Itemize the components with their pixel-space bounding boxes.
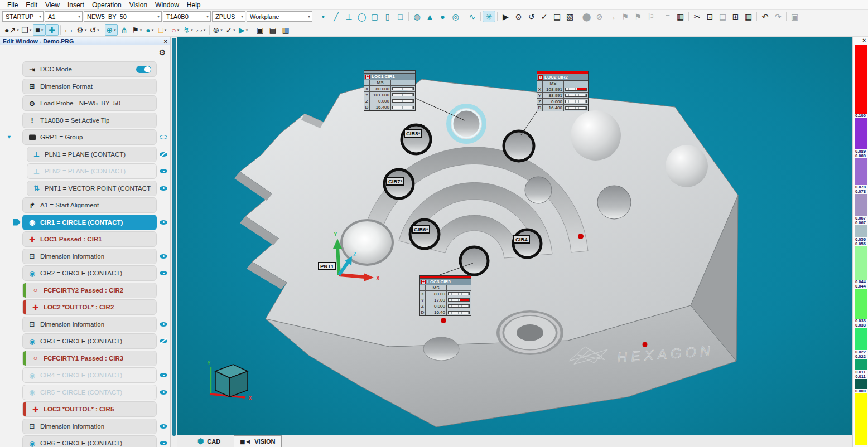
stop-icon[interactable]: ⬤ — [580, 11, 593, 22]
bookmark-icon[interactable]: ⚑ — [619, 11, 631, 22]
visibility-eye-icon[interactable] — [159, 439, 168, 447]
measurement-label-loc2[interactable]: +LOC2 CIR2 MS X 108.991 Y 88.991 Z 0.0 — [537, 71, 589, 111]
auto-feature-icon[interactable]: ✳ — [483, 11, 495, 22]
round-slot-icon[interactable]: ▢ — [368, 11, 381, 22]
toolbar-dropdown[interactable]: ZPLUS▾ — [212, 11, 245, 22]
command-item[interactable]: DCC Mode — [22, 61, 157, 77]
sphere-icon[interactable]: ● — [436, 11, 449, 22]
settings-icon[interactable]: ⚙ — [75, 24, 88, 36]
visibility-eye-icon[interactable] — [159, 133, 168, 142]
feature-tag-cir4[interactable]: CIR4 — [513, 235, 530, 244]
toolbar-dropdown[interactable]: Workplane▾ — [247, 11, 312, 22]
run-mode-icon[interactable]: ▶ — [237, 24, 250, 36]
edit-window-scrollbar[interactable] — [171, 37, 177, 447]
visibility-eye-icon[interactable] — [159, 320, 168, 329]
bookmark-clear-icon[interactable]: ⚐ — [644, 11, 657, 22]
paste-icon[interactable]: ▤ — [716, 11, 729, 22]
feature-tag-cir8[interactable]: CIR8* — [404, 129, 422, 138]
separator[interactable] — [659, 12, 659, 21]
probe-mode-icon[interactable]: ●↗ — [3, 24, 20, 36]
visibility-eye-icon[interactable] — [159, 337, 168, 346]
select-circle-icon[interactable]: ○ — [169, 24, 182, 36]
command-item[interactable]: CIR5 = CIRCLE (CONTACT) — [22, 385, 157, 400]
comment-icon[interactable]: ▭ — [62, 24, 75, 36]
separator[interactable] — [60, 25, 61, 35]
toolbar-dropdown[interactable]: NEW5_BY_50▾ — [84, 11, 162, 22]
cylinder-icon[interactable]: ◍ — [411, 11, 423, 22]
expand-arrow-icon[interactable]: ▼ — [7, 134, 12, 140]
visibility-eye-icon[interactable] — [159, 371, 168, 380]
torus-icon[interactable]: ◎ — [449, 11, 462, 22]
command-item[interactable]: Dimension Format — [22, 79, 157, 94]
command-item[interactable]: CIR4 = CIRCLE (CONTACT) — [22, 367, 157, 383]
selected-hole-cir1[interactable] — [449, 106, 484, 142]
wireframe-view-icon[interactable]: ❒ — [20, 24, 33, 36]
results-chart-icon[interactable]: ▥ — [279, 24, 292, 36]
probe-disable-icon[interactable]: ⊘ — [593, 11, 606, 22]
edit-window-settings-button[interactable]: ⚙ — [158, 48, 166, 57]
measured-hole-cir6[interactable] — [410, 220, 439, 249]
display-symbols-icon[interactable]: ⚑ — [131, 24, 143, 36]
change-icon[interactable]: ↺ — [525, 11, 538, 22]
command-item[interactable]: A1 = Start Alignment — [22, 197, 157, 213]
tab-vision[interactable]: ◼◄ VISION — [234, 435, 281, 447]
menu-item[interactable]: Help — [183, 1, 205, 9]
command-item[interactable]: CIR6 = CIRCLE (CONTACT) — [22, 435, 157, 447]
continue-icon[interactable]: → — [606, 11, 619, 22]
redo-icon[interactable]: ↷ — [771, 11, 784, 22]
point-icon[interactable]: • — [317, 11, 330, 22]
command-item[interactable]: LOC2 *OUTTOL* : CIR2 — [22, 299, 157, 315]
command-item[interactable]: GRP1 = Group — [22, 129, 157, 145]
command-item[interactable]: PLN2 = PLANE (CONTACT) — [27, 163, 157, 179]
edit-window-close-button[interactable]: × — [164, 38, 167, 45]
command-item[interactable]: Load Probe - NEW5_BY_50 — [22, 95, 157, 111]
separator[interactable] — [252, 25, 252, 35]
dcc-mode-toggle[interactable] — [136, 66, 151, 73]
visibility-eye-icon[interactable] — [159, 388, 168, 397]
measurement-label-loc3[interactable]: +LOC3 CIR5 MS X 80.00 Y 17.00 Z 0.000 — [419, 275, 471, 316]
cut-icon[interactable]: ✂ — [691, 11, 703, 22]
summary-list-icon[interactable]: ≡ — [661, 11, 674, 22]
plane-icon[interactable]: ⊥ — [343, 11, 355, 22]
probe-path-icon[interactable]: ⋔ — [118, 24, 131, 36]
zoom-box-icon[interactable]: □ — [156, 24, 169, 36]
command-item[interactable]: FCFCIRTY1 Passed : CIR3 — [22, 351, 157, 366]
menu-item[interactable]: Vision — [126, 1, 151, 9]
cad-viewport[interactable]: HEXAGON Y X Z Y X — [177, 37, 852, 435]
separator[interactable] — [464, 12, 464, 21]
undo-icon[interactable]: ↶ — [759, 11, 771, 22]
menu-item[interactable]: View — [41, 1, 64, 9]
command-item[interactable]: CIR3 = CIRCLE (CONTACT) — [22, 333, 157, 349]
command-item[interactable]: LOC1 Passed : CIR1 — [22, 231, 157, 247]
cad-part[interactable]: HEXAGON — [234, 79, 738, 427]
solid-view-icon[interactable]: ■ — [33, 24, 46, 36]
toolbar-dropdown[interactable]: STARTUP▾ — [2, 11, 44, 22]
view-orientation-cube[interactable]: Y X — [207, 360, 252, 401]
rectangle-feature-icon[interactable]: □ — [394, 11, 407, 22]
strategy-icon[interactable]: ⊚ — [211, 24, 224, 36]
measured-hole-cir2[interactable] — [504, 131, 534, 161]
visibility-eye-icon[interactable] — [159, 252, 168, 261]
command-item[interactable]: Dimension Information — [22, 317, 157, 332]
separator[interactable] — [578, 12, 578, 21]
toolbar-dropdown[interactable]: A1▾ — [45, 11, 83, 22]
print-icon[interactable]: ▣ — [788, 11, 801, 22]
confirm-icon[interactable]: ✓ — [224, 24, 237, 36]
measured-hole-cir5[interactable] — [460, 247, 488, 275]
separator[interactable] — [480, 12, 481, 21]
quick-zoom-icon[interactable]: ↯ — [182, 24, 195, 36]
report-window-icon[interactable]: ▦ — [674, 11, 687, 22]
visibility-eye-icon[interactable] — [159, 150, 168, 159]
separator[interactable] — [408, 12, 409, 21]
visibility-eye-icon[interactable] — [159, 184, 168, 193]
visibility-eye-icon[interactable] — [159, 269, 168, 278]
measurement-label-loc1[interactable]: +LOC1 CIR1 MS X 80.000 Y 101.000 Z 0.0 — [364, 70, 416, 111]
snapshot-camera-icon[interactable]: ▣ — [254, 24, 267, 36]
separator[interactable] — [209, 25, 210, 35]
viewports-icon[interactable]: ⊕ — [105, 24, 118, 36]
execute-feature-icon[interactable]: ⊙ — [512, 11, 525, 22]
visibility-eye-icon[interactable] — [159, 422, 168, 431]
separator[interactable] — [786, 12, 787, 21]
command-item[interactable]: PNT1 = VECTOR POINT (CONTACT) — [27, 181, 157, 196]
menu-item[interactable]: File — [3, 1, 22, 9]
